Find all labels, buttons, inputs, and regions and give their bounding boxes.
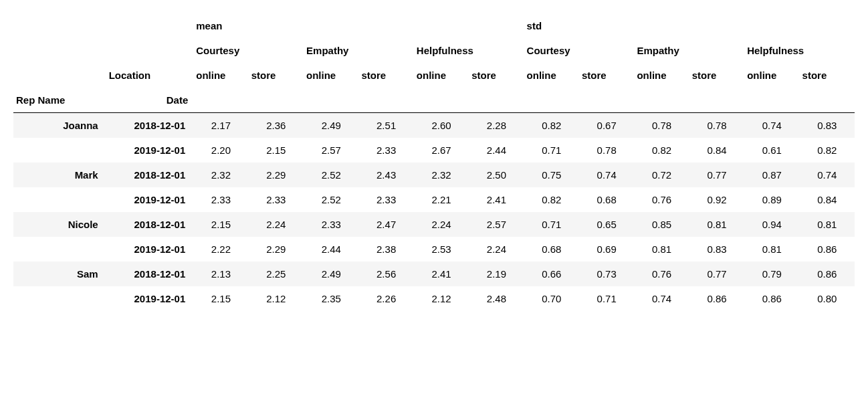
value-cell: 2.15 [193,286,248,311]
value-cell: 0.81 [744,237,799,262]
pivot-table: mean std Courtesy Empathy Helpfulness Co… [13,13,855,311]
value-cell: 2.49 [304,113,358,138]
value-cell: 0.68 [524,237,579,262]
value-cell: 2.53 [414,237,469,262]
value-cell: 0.66 [524,262,579,286]
location-header: online [304,63,358,88]
rep-name-cell [13,187,106,212]
rep-name-cell [13,286,106,311]
value-cell: 2.32 [414,163,469,187]
value-cell: 2.26 [358,286,413,311]
value-cell: 0.82 [800,138,855,163]
value-cell: 2.56 [358,262,413,286]
value-cell: 0.69 [579,237,634,262]
value-cell: 2.33 [358,138,413,163]
value-cell: 2.43 [358,163,413,187]
date-cell: 2019-12-01 [106,138,194,163]
table-row: Nicole2018-12-012.152.242.332.472.242.57… [13,212,855,237]
value-cell: 2.15 [249,138,304,163]
value-cell: 0.74 [800,163,855,187]
table-row: 2019-12-012.202.152.572.332.672.440.710.… [13,138,855,163]
value-cell: 0.86 [800,237,855,262]
value-cell: 2.24 [249,212,304,237]
value-cell: 0.74 [744,113,799,138]
value-cell: 2.29 [249,237,304,262]
value-cell: 2.29 [249,163,304,187]
value-cell: 0.81 [689,212,744,237]
value-cell: 2.22 [193,237,248,262]
location-header: online [524,63,579,88]
value-cell: 2.15 [193,212,248,237]
value-cell: 0.82 [634,138,689,163]
metric-header: Empathy [634,38,744,63]
value-cell: 0.89 [744,187,799,212]
table-row: Sam2018-12-012.132.252.492.562.412.190.6… [13,262,855,286]
index-label-rep: Rep Name [13,88,106,113]
value-cell: 0.82 [524,113,579,138]
value-cell: 2.57 [469,212,524,237]
value-cell: 0.80 [800,286,855,311]
value-cell: 2.33 [249,187,304,212]
value-cell: 2.17 [193,113,248,138]
date-cell: 2019-12-01 [106,237,194,262]
location-header: online [414,63,469,88]
value-cell: 2.33 [193,187,248,212]
value-cell: 2.52 [304,187,358,212]
value-cell: 0.68 [579,187,634,212]
agg-header: std [524,13,855,38]
value-cell: 0.78 [579,138,634,163]
date-cell: 2019-12-01 [106,187,194,212]
value-cell: 2.60 [414,113,469,138]
location-header: store [249,63,304,88]
value-cell: 0.73 [579,262,634,286]
value-cell: 0.84 [689,138,744,163]
value-cell: 2.44 [469,138,524,163]
value-cell: 2.38 [358,237,413,262]
value-cell: 0.76 [634,262,689,286]
value-cell: 2.35 [304,286,358,311]
table-row: 2019-12-012.152.122.352.262.122.480.700.… [13,286,855,311]
value-cell: 0.72 [634,163,689,187]
rep-name-cell: Joanna [13,113,106,138]
metric-header: Helpfulness [744,38,855,63]
value-cell: 0.74 [579,163,634,187]
value-cell: 0.67 [579,113,634,138]
table-row: 2019-12-012.222.292.442.382.532.240.680.… [13,237,855,262]
value-cell: 2.13 [193,262,248,286]
value-cell: 2.50 [469,163,524,187]
table-row: 2019-12-012.332.332.522.332.212.410.820.… [13,187,855,212]
value-cell: 0.71 [524,212,579,237]
value-cell: 0.87 [744,163,799,187]
location-header: store [800,63,855,88]
location-header: store [689,63,744,88]
rep-name-cell [13,138,106,163]
value-cell: 0.78 [689,113,744,138]
location-header: store [579,63,634,88]
value-cell: 0.77 [689,163,744,187]
value-cell: 2.49 [304,262,358,286]
value-cell: 0.75 [524,163,579,187]
table-body: Joanna2018-12-012.172.362.492.512.602.28… [13,113,855,312]
value-cell: 0.82 [524,187,579,212]
value-cell: 2.21 [414,187,469,212]
value-cell: 2.33 [304,212,358,237]
value-cell: 0.86 [689,286,744,311]
value-cell: 2.47 [358,212,413,237]
value-cell: 2.51 [358,113,413,138]
date-cell: 2018-12-01 [106,113,194,138]
value-cell: 2.28 [469,113,524,138]
value-cell: 2.48 [469,286,524,311]
value-cell: 0.84 [800,187,855,212]
metric-header: Courtesy [193,38,304,63]
value-cell: 2.44 [304,237,358,262]
value-cell: 2.19 [469,262,524,286]
table-row: Joanna2018-12-012.172.362.492.512.602.28… [13,113,855,138]
value-cell: 2.24 [469,237,524,262]
value-cell: 2.52 [304,163,358,187]
value-cell: 2.41 [414,262,469,286]
location-header: store [358,63,413,88]
value-cell: 0.85 [634,212,689,237]
metric-header: Helpfulness [414,38,524,63]
value-cell: 0.71 [579,286,634,311]
header-row-location: Location online store online store onlin… [13,63,855,88]
